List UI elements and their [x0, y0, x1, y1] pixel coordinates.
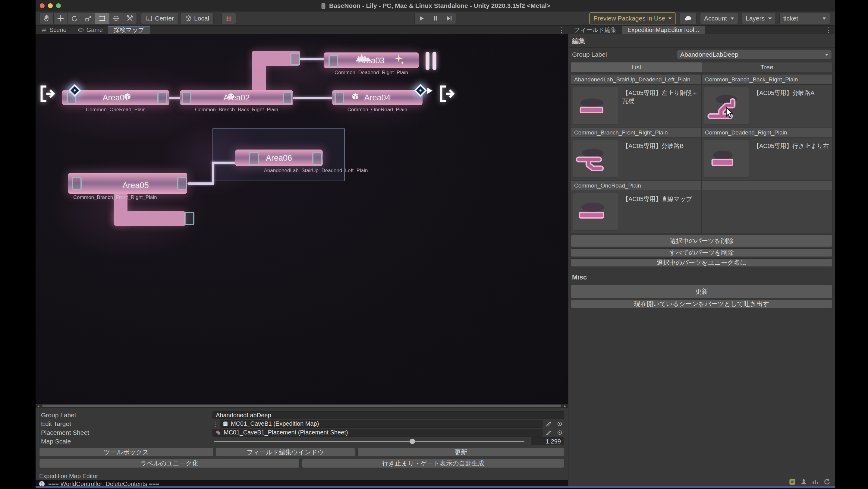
edit-button[interactable]	[544, 420, 553, 428]
target-icon	[556, 421, 563, 427]
tab-tool-label: ExpeditionMapEditorTool...	[627, 27, 699, 33]
title-bar[interactable]: BaseNoon - Lily - PC, Mac & Linux Standa…	[36, 0, 835, 11]
pivot-label: Center	[155, 15, 174, 22]
hand-tool-button[interactable]	[40, 13, 54, 24]
auto-generate-gates-button[interactable]: 行き止まり・ゲート表示の自動生成	[302, 459, 564, 468]
step-button[interactable]	[442, 13, 456, 24]
horizontal-scrollbar[interactable]: ◂ ▸	[36, 404, 568, 408]
delete-all-parts-button[interactable]: すべてのパーツを削除	[571, 248, 832, 257]
exit-flag-icon	[427, 88, 433, 94]
tab-expedition-map[interactable]: 探検マップ	[108, 26, 150, 34]
placement-sheet-object-field[interactable]: MC01_CaveB1_Placement (Placement Sheet)	[213, 429, 542, 436]
custom-tool-button[interactable]	[123, 13, 137, 24]
edit-target-row: Edit Target ⋮ MC01_CaveB1 (Expedition Ma…	[39, 419, 564, 428]
progress-accent-bar	[36, 486, 835, 488]
play-controls	[414, 13, 456, 24]
console-activity-icon[interactable]	[789, 479, 796, 485]
exit-door-icon	[38, 84, 58, 103]
part-cell[interactable]: Common_Branch_Back_Right_Plain 【AC05専用】分…	[702, 74, 832, 127]
play-button[interactable]	[414, 13, 428, 24]
rotate-tool-button[interactable]	[67, 13, 82, 24]
tab-scene[interactable]: Scene	[36, 26, 72, 34]
delete-selected-parts-button[interactable]: 選択中のパーツを削除	[571, 235, 832, 247]
collab-icon[interactable]	[801, 479, 807, 485]
preview-packages-dropdown[interactable]: Preview Packages in Use	[589, 12, 676, 24]
make-selected-unique-button[interactable]: 選択中のパーツをユニーク名に	[571, 258, 832, 267]
map-scale-value[interactable]: 1.299	[531, 437, 564, 445]
rect-tool-button[interactable]	[95, 13, 109, 24]
scroll-left-icon[interactable]: ◂	[36, 404, 41, 408]
field-label: Placement Sheet	[39, 429, 213, 436]
close-button[interactable]	[40, 3, 44, 8]
export-scene-as-part-button[interactable]: 現在開いているシーンをパーツとして吐き出す	[571, 300, 832, 308]
part-cell[interactable]: AbandonedLab_StairUp_Deadend_Left_Plain …	[571, 74, 701, 127]
edit-target-object-field[interactable]: MC01_CaveB1 (Expedition Map)	[220, 420, 542, 428]
part-description: 【AC05専用】行き止まり右	[749, 140, 829, 178]
part-thumbnail	[573, 87, 618, 124]
grid-snap-button[interactable]	[221, 13, 236, 24]
toolbox-button[interactable]: ツールボックス	[39, 448, 213, 457]
cloud-services-button[interactable]	[680, 13, 696, 24]
space-toggle-button[interactable]: Local	[180, 13, 214, 24]
tab-game[interactable]: Game	[72, 26, 108, 34]
unique-labels-button[interactable]: ラベルのユニーク化	[39, 459, 300, 468]
object-picker-button[interactable]	[555, 429, 564, 436]
group-label-dropdown[interactable]: AbandonedLabDeep	[677, 50, 832, 59]
layers-dropdown[interactable]: Layers	[742, 13, 776, 24]
part-name: Common_Branch_Back_Right_Plain	[702, 74, 832, 85]
zoom-button[interactable]	[56, 3, 61, 8]
activity-window-icon[interactable]	[812, 479, 818, 485]
step-icon	[445, 15, 453, 22]
refresh-icon[interactable]	[824, 478, 831, 485]
account-dropdown[interactable]: Account	[700, 13, 738, 24]
target-icon	[556, 429, 563, 436]
tab-expedition-map-editor-tool[interactable]: ExpeditionMapEditorTool...	[622, 26, 705, 34]
scene-viewport[interactable]: Area01 Common_OneRoad_Plain Area02 Commo…	[36, 34, 568, 404]
edit-button[interactable]	[544, 429, 553, 436]
group-label-input[interactable]: AbandonedLabDeep	[213, 411, 564, 419]
part-thumbnail	[573, 140, 618, 178]
toolbar-right-cluster: Preview Packages in Use Account Layers t…	[589, 12, 830, 24]
area-part-label: Common_Branch_Front_Right_Plain	[73, 194, 176, 201]
update-button[interactable]: 更新	[358, 448, 564, 457]
tab-field-edit[interactable]: フィールド編集	[568, 26, 622, 34]
hand-icon	[43, 14, 51, 22]
tab-tree[interactable]: Tree	[702, 62, 832, 72]
part-thumbnail	[573, 193, 618, 231]
part-cell[interactable]: Common_OneRoad_Plain 【AC05専用】直線マップ	[571, 181, 701, 233]
layout-label: ticket	[783, 15, 798, 22]
tab-list[interactable]: List	[571, 62, 702, 72]
map-port[interactable]	[177, 177, 187, 190]
misc-update-button[interactable]: 更新	[571, 285, 832, 298]
object-picker-button[interactable]	[555, 420, 564, 428]
panel-menu-icon[interactable]: ⋮	[558, 26, 565, 34]
part-name: Common_Deadend_Right_Plain	[702, 127, 832, 138]
layout-dropdown[interactable]: ticket	[779, 13, 830, 24]
minimize-button[interactable]	[48, 3, 53, 8]
part-cell[interactable]: Common_Deadend_Right_Plain 【AC05専用】行き止まり…	[702, 127, 832, 180]
map-port[interactable]	[290, 53, 300, 65]
part-description: 【AC05専用】左上り階段＋瓦礫	[618, 87, 700, 125]
scale-tool-button[interactable]	[82, 13, 95, 24]
map-port[interactable]	[72, 177, 82, 190]
wrench-icon	[126, 14, 134, 22]
pivot-toggle-button[interactable]: Center	[141, 13, 179, 24]
transform-tool-button[interactable]	[109, 13, 123, 24]
map-connector	[292, 97, 335, 99]
scrollbar-thumb[interactable]	[42, 405, 561, 407]
part-cell[interactable]: Common_Branch_Front_Right_Plain 【AC05専用】…	[571, 127, 701, 180]
move-tool-button[interactable]	[54, 13, 67, 24]
map-connector	[187, 182, 213, 185]
pause-button[interactable]	[428, 13, 442, 24]
window-title: BaseNoon - Lily - PC, Mac & Linux Standa…	[36, 2, 835, 9]
tab-expedition-map-label: 探検マップ	[114, 26, 144, 34]
field-edit-window-button[interactable]: フィールド編集ウインドウ	[216, 448, 355, 457]
slider-handle[interactable]	[410, 439, 415, 444]
map-scale-row: Map Scale 1.299	[39, 437, 564, 446]
panel-menu-icon[interactable]: ⋮	[825, 26, 832, 34]
map-connector	[212, 161, 214, 185]
map-scale-slider[interactable]	[214, 441, 524, 442]
map-port[interactable]	[184, 212, 194, 225]
scroll-right-icon[interactable]: ▸	[562, 404, 568, 408]
drag-handle-icon[interactable]: ⋮	[213, 420, 218, 428]
